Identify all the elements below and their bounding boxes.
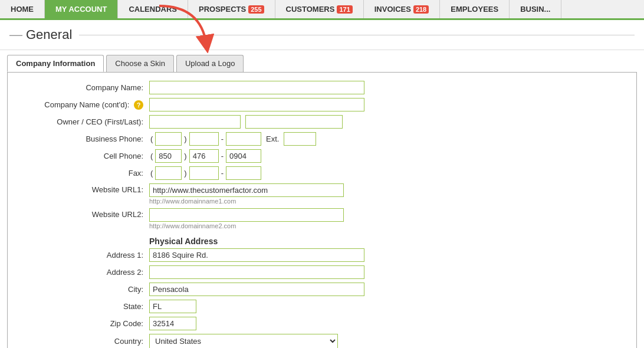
nav-home-label: HOME: [11, 5, 34, 14]
fax-dash: -: [220, 169, 225, 178]
zip-input[interactable]: [149, 317, 196, 330]
url2-label: Website URL2:: [19, 208, 149, 219]
state-row: State:: [19, 300, 625, 313]
cell-dash: -: [220, 152, 225, 160]
tab-choose-skin-label: Choose a Skin: [115, 59, 165, 68]
fax-3[interactable]: [189, 166, 219, 180]
url1-label: Website URL1:: [19, 183, 149, 194]
customers-badge: 171: [337, 5, 352, 14]
fax-row: Fax: ( ) -: [19, 166, 625, 180]
fax-group: ( ) -: [149, 166, 261, 180]
cell-phone-3[interactable]: [189, 149, 219, 163]
tab-upload-logo-label: Upload a Logo: [185, 59, 235, 68]
state-input[interactable]: [149, 300, 196, 313]
url2-hint: http://www.domainname2.com: [149, 222, 344, 229]
nav-home[interactable]: HOME: [0, 0, 45, 18]
top-navigation: HOME MY ACCOUNT CALENDARS PROSPECTS 255 …: [0, 0, 644, 20]
biz-phone-label: Business Phone:: [19, 134, 149, 143]
prospects-badge: 255: [248, 5, 264, 14]
company-form: Company Name: Company Name (cont'd): ? O…: [7, 72, 637, 348]
fax-4[interactable]: [226, 166, 261, 180]
nav-prospects-label: PROSPECTS: [199, 5, 246, 14]
cell-paren-open: (: [149, 152, 154, 160]
help-icon[interactable]: ?: [134, 100, 143, 110]
city-label: City:: [19, 285, 149, 294]
company-name-cont-input[interactable]: [149, 98, 364, 111]
company-name-input[interactable]: [149, 81, 364, 94]
cell-phone-group: ( ) -: [149, 149, 261, 163]
url2-group: http://www.domainname2.com: [149, 208, 344, 229]
nav-invoices-label: INVOICES: [374, 5, 411, 14]
nav-customers-label: CUSTOMERS: [286, 5, 335, 14]
tab-company-information-label: Company Information: [16, 59, 95, 68]
country-label: Country:: [19, 337, 149, 346]
owner-first-input[interactable]: [149, 115, 241, 129]
page-title: General: [26, 27, 72, 42]
tabs-section: Company Information Choose a Skin Upload…: [0, 50, 644, 72]
city-row: City:: [19, 283, 625, 296]
company-name-cont-row: Company Name (cont'd): ?: [19, 98, 625, 111]
cell-phone-label: Cell Phone:: [19, 152, 149, 160]
url2-input[interactable]: [149, 208, 344, 222]
nav-employees[interactable]: EMPLOYEES: [440, 0, 510, 18]
ext-label: Ext.: [262, 134, 282, 143]
nav-prospects[interactable]: PROSPECTS 255: [188, 0, 275, 18]
tab-company-information[interactable]: Company Information: [7, 55, 104, 72]
paren-close: ): [183, 134, 188, 143]
owner-row: Owner / CEO (First/Last):: [19, 115, 625, 129]
nav-employees-label: EMPLOYEES: [451, 5, 498, 14]
state-label: State:: [19, 302, 149, 311]
tabs-bar: Company Information Choose a Skin Upload…: [0, 50, 644, 72]
nav-busin-label: BUSIN...: [520, 5, 550, 14]
nav-calendars[interactable]: CALENDARS: [118, 0, 188, 18]
company-name-label: Company Name:: [19, 83, 149, 92]
address2-label: Address 2:: [19, 268, 149, 277]
dash1: -: [220, 134, 225, 143]
zip-row: Zip Code:: [19, 317, 625, 330]
fax-paren-open: (: [149, 169, 154, 178]
address2-row: Address 2:: [19, 265, 625, 279]
address1-label: Address 1:: [19, 251, 149, 260]
nav-busin[interactable]: BUSIN...: [510, 0, 561, 18]
biz-phone-3[interactable]: [189, 132, 219, 146]
tab-choose-skin[interactable]: Choose a Skin: [106, 55, 174, 72]
nav-customers[interactable]: CUSTOMERS 171: [275, 0, 364, 18]
owner-label: Owner / CEO (First/Last):: [19, 117, 149, 126]
url2-row: Website URL2: http://www.domainname2.com: [19, 208, 625, 229]
physical-address-header: Physical Address: [19, 233, 625, 248]
paren-open: (: [149, 134, 154, 143]
address2-input[interactable]: [149, 265, 364, 279]
city-input[interactable]: [149, 283, 364, 296]
cell-phone-area[interactable]: [155, 149, 182, 163]
url1-hint: http://www.domainname1.com: [149, 198, 344, 205]
cell-phone-row: Cell Phone: ( ) -: [19, 149, 625, 163]
biz-phone-area[interactable]: [155, 132, 182, 146]
biz-phone-ext[interactable]: [284, 132, 316, 146]
nav-invoices[interactable]: INVOICES 218: [364, 0, 440, 18]
title-divider: [79, 35, 635, 35]
url1-input[interactable]: [149, 183, 344, 197]
tab-upload-logo[interactable]: Upload a Logo: [176, 55, 244, 72]
page-title-bar: — General: [0, 20, 644, 50]
country-select[interactable]: United States Canada United Kingdom Aust…: [149, 334, 338, 348]
address1-input[interactable]: [149, 248, 364, 262]
nav-my-account-label: MY ACCOUNT: [55, 5, 107, 14]
url1-group: http://www.domainname1.com: [149, 183, 344, 205]
fax-paren-close: ): [183, 169, 188, 178]
company-name-cont-label: Company Name (cont'd): ?: [19, 100, 149, 110]
address1-row: Address 1:: [19, 248, 625, 262]
cell-phone-4[interactable]: [226, 149, 261, 163]
biz-phone-group: ( ) - Ext.: [149, 132, 316, 146]
country-row: Country: United States Canada United Kin…: [19, 334, 625, 348]
biz-phone-row: Business Phone: ( ) - Ext.: [19, 132, 625, 146]
company-name-row: Company Name:: [19, 81, 625, 94]
owner-last-input[interactable]: [245, 115, 343, 129]
cell-paren-close: ): [183, 152, 188, 160]
biz-phone-4[interactable]: [226, 132, 261, 146]
url1-row: Website URL1: http://www.domainname1.com: [19, 183, 625, 205]
nav-my-account[interactable]: MY ACCOUNT: [45, 0, 118, 18]
nav-calendars-label: CALENDARS: [129, 5, 177, 14]
fax-area[interactable]: [155, 166, 182, 180]
fax-label: Fax:: [19, 169, 149, 178]
invoices-badge: 218: [413, 5, 429, 14]
